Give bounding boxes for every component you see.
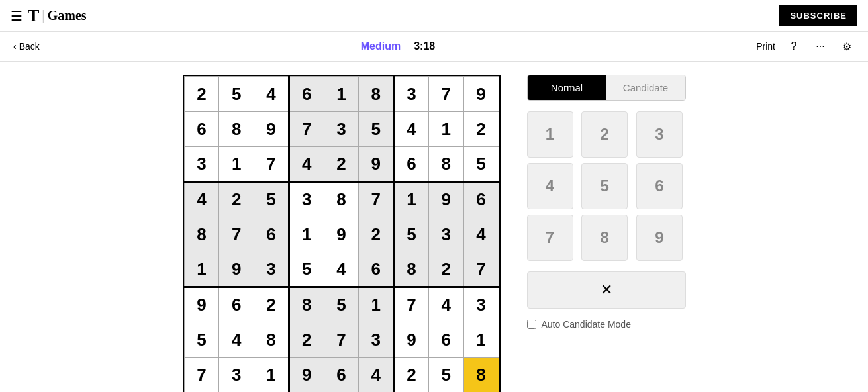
table-row[interactable]: 7	[289, 112, 324, 147]
table-row[interactable]: 6	[289, 77, 324, 112]
more-icon[interactable]: ···	[812, 38, 828, 54]
table-row[interactable]: 1	[428, 112, 463, 147]
table-row[interactable]: 3	[463, 287, 499, 322]
table-row[interactable]: 4	[463, 217, 499, 252]
table-row[interactable]: 1	[324, 77, 359, 112]
table-row[interactable]: 8	[394, 252, 429, 287]
table-row[interactable]: 1	[289, 217, 324, 252]
table-row[interactable]: 2	[324, 147, 359, 182]
table-row[interactable]: 2	[359, 217, 394, 252]
num-button-8[interactable]: 8	[581, 215, 628, 261]
delete-button[interactable]: ✕	[527, 271, 686, 309]
normal-mode-button[interactable]: Normal	[528, 75, 606, 100]
table-row[interactable]: 7	[219, 217, 254, 252]
table-row[interactable]: 2	[289, 322, 324, 358]
table-row[interactable]: 9	[463, 77, 499, 112]
table-row[interactable]: 9	[254, 112, 289, 147]
table-row[interactable]: 9	[324, 217, 359, 252]
num-button-6[interactable]: 6	[636, 163, 683, 209]
candidate-mode-button[interactable]: Candidate	[606, 75, 685, 100]
auto-candidate-checkbox[interactable]	[527, 320, 536, 329]
back-link[interactable]: ‹ Back	[13, 41, 40, 52]
table-row[interactable]: 8	[428, 147, 463, 182]
table-row[interactable]: 4	[184, 182, 219, 217]
table-row[interactable]: 8	[184, 217, 219, 252]
table-row[interactable]: 4	[324, 252, 359, 287]
sudoku-grid[interactable]: 2546183796897354123174296854253871968761…	[183, 75, 501, 392]
table-row[interactable]: 3	[219, 358, 254, 393]
table-row[interactable]: 2	[394, 358, 429, 393]
table-row[interactable]: 5	[394, 217, 429, 252]
table-row[interactable]: 5	[289, 252, 324, 287]
subscribe-button[interactable]: SUBSCRIBE	[779, 5, 857, 26]
table-row[interactable]: 7	[428, 77, 463, 112]
num-button-9[interactable]: 9	[636, 215, 683, 261]
table-row[interactable]: 1	[394, 182, 429, 217]
table-row[interactable]: 2	[254, 287, 289, 322]
num-button-1[interactable]: 1	[527, 111, 573, 158]
table-row[interactable]: 9	[394, 322, 429, 358]
table-row[interactable]: 7	[394, 287, 429, 322]
num-button-4[interactable]: 4	[527, 163, 573, 209]
table-row[interactable]: 7	[324, 322, 359, 358]
print-button[interactable]: Print	[756, 41, 775, 52]
table-row[interactable]: 6	[428, 322, 463, 358]
table-row[interactable]: 6	[463, 182, 499, 217]
table-row[interactable]: 1	[359, 287, 394, 322]
table-row[interactable]: 4	[254, 77, 289, 112]
table-row[interactable]: 7	[359, 182, 394, 217]
table-row[interactable]: 3	[324, 112, 359, 147]
table-row[interactable]: 1	[463, 322, 499, 358]
table-row[interactable]: 5	[184, 322, 219, 358]
table-row[interactable]: 8	[359, 77, 394, 112]
help-icon[interactable]: ?	[786, 38, 802, 54]
num-button-7[interactable]: 7	[527, 215, 573, 261]
table-row[interactable]: 6	[254, 217, 289, 252]
table-row[interactable]: 8	[289, 287, 324, 322]
table-row[interactable]: 1	[184, 252, 219, 287]
table-row[interactable]: 8	[219, 112, 254, 147]
table-row[interactable]: 3	[184, 147, 219, 182]
table-row[interactable]: 5	[463, 147, 499, 182]
table-row[interactable]: 3	[394, 77, 429, 112]
table-row[interactable]: 3	[359, 322, 394, 358]
table-row[interactable]: 8	[254, 322, 289, 358]
table-row[interactable]: 4	[219, 322, 254, 358]
table-row[interactable]: 5	[428, 358, 463, 393]
table-row[interactable]: 6	[394, 147, 429, 182]
table-row[interactable]: 6	[219, 287, 254, 322]
table-row[interactable]: 9	[359, 147, 394, 182]
table-row[interactable]: 9	[184, 287, 219, 322]
table-row[interactable]: 3	[428, 217, 463, 252]
table-row[interactable]: 2	[184, 77, 219, 112]
table-row[interactable]: 4	[394, 112, 429, 147]
table-row[interactable]: 1	[219, 147, 254, 182]
table-row[interactable]: 3	[254, 252, 289, 287]
table-row[interactable]: 1	[254, 358, 289, 393]
table-row[interactable]: 9	[428, 182, 463, 217]
settings-icon[interactable]: ⚙	[839, 38, 855, 54]
table-row[interactable]: 3	[289, 182, 324, 217]
table-row[interactable]: 8	[463, 358, 499, 393]
table-row[interactable]: 4	[289, 147, 324, 182]
table-row[interactable]: 9	[289, 358, 324, 393]
table-row[interactable]: 7	[184, 358, 219, 393]
num-button-2[interactable]: 2	[581, 111, 628, 158]
num-button-3[interactable]: 3	[636, 111, 683, 158]
table-row[interactable]: 5	[359, 112, 394, 147]
hamburger-icon[interactable]: ☰	[11, 8, 23, 24]
table-row[interactable]: 5	[324, 287, 359, 322]
table-row[interactable]: 6	[359, 252, 394, 287]
table-row[interactable]: 2	[428, 252, 463, 287]
table-row[interactable]: 7	[463, 252, 499, 287]
table-row[interactable]: 2	[219, 182, 254, 217]
table-row[interactable]: 2	[463, 112, 499, 147]
table-row[interactable]: 9	[219, 252, 254, 287]
table-row[interactable]: 5	[219, 77, 254, 112]
table-row[interactable]: 5	[254, 182, 289, 217]
table-row[interactable]: 6	[324, 358, 359, 393]
table-row[interactable]: 4	[428, 287, 463, 322]
table-row[interactable]: 4	[359, 358, 394, 393]
table-row[interactable]: 7	[254, 147, 289, 182]
num-button-5[interactable]: 5	[581, 163, 628, 209]
